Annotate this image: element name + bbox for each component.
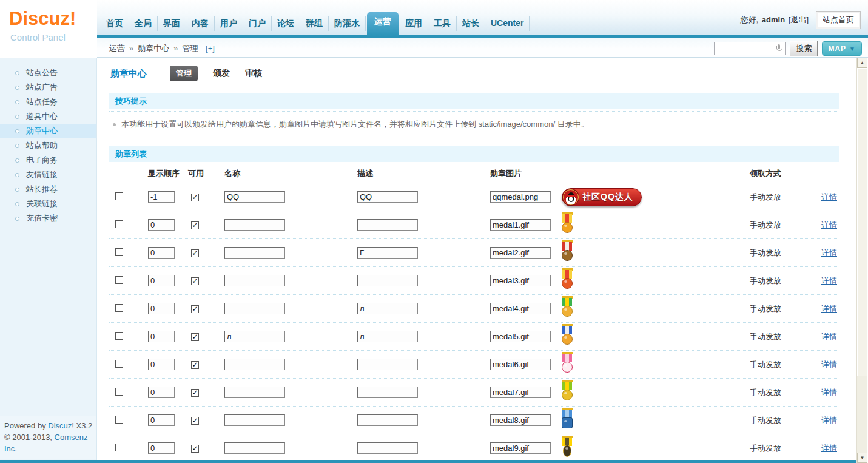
available-checkbox[interactable]: ✓ (191, 249, 199, 257)
nav-item[interactable]: 站长 (457, 16, 485, 31)
detail-link[interactable]: 详情 (821, 332, 837, 341)
scrollbar-thumb[interactable] (857, 68, 867, 376)
row-select-checkbox[interactable] (115, 192, 123, 200)
sidebar-item[interactable]: 勋章中心 (0, 124, 96, 138)
available-checkbox[interactable]: ✓ (191, 389, 199, 397)
description-input[interactable] (357, 275, 418, 286)
description-input[interactable] (357, 247, 418, 259)
image-filename-input[interactable] (490, 442, 551, 454)
row-select-checkbox[interactable] (115, 388, 123, 396)
scrollbar-down-arrow[interactable]: ▼ (857, 453, 867, 463)
nav-item[interactable]: 运营 (367, 12, 399, 36)
detail-link[interactable]: 详情 (821, 388, 837, 397)
sidebar-item[interactable]: 站点帮助 (0, 138, 96, 153)
name-input[interactable] (224, 442, 285, 454)
sidebar-item[interactable]: 道具中心 (0, 109, 96, 124)
logout-link[interactable]: [退出] (789, 15, 809, 24)
description-input[interactable] (357, 331, 418, 342)
order-input[interactable] (148, 191, 175, 203)
sidebar-item[interactable]: 站长推荐 (0, 182, 96, 197)
order-input[interactable] (148, 219, 175, 231)
name-input[interactable] (224, 247, 285, 259)
detail-link[interactable]: 详情 (821, 360, 837, 369)
detail-link[interactable]: 详情 (821, 416, 837, 425)
breadcrumb-item[interactable]: 运营 (109, 44, 125, 53)
detail-link[interactable]: 详情 (821, 444, 837, 453)
description-input[interactable] (357, 387, 418, 398)
detail-link[interactable]: 详情 (821, 248, 837, 257)
available-checkbox[interactable]: ✓ (191, 445, 199, 453)
description-input[interactable] (357, 303, 418, 314)
vertical-scrollbar[interactable]: ▲ ▼ (856, 58, 867, 463)
nav-item[interactable]: 界面 (158, 16, 186, 31)
breadcrumb-expand-link[interactable]: [+] (206, 44, 215, 53)
detail-link[interactable]: 详情 (821, 192, 837, 201)
detail-link[interactable]: 详情 (821, 276, 837, 285)
row-select-checkbox[interactable] (115, 220, 123, 228)
detail-link[interactable]: 详情 (821, 304, 837, 313)
name-input[interactable] (224, 191, 285, 203)
nav-item[interactable]: UCenter (485, 16, 530, 31)
description-input[interactable] (357, 359, 418, 370)
search-button[interactable]: 搜索 (790, 41, 818, 56)
name-input[interactable] (224, 303, 285, 314)
nav-item[interactable]: 防灌水 (329, 16, 366, 31)
nav-item[interactable]: 用户 (215, 16, 243, 31)
order-input[interactable] (148, 387, 175, 398)
nav-item[interactable]: 全局 (129, 16, 158, 31)
order-input[interactable] (148, 359, 175, 370)
available-checkbox[interactable]: ✓ (191, 194, 199, 201)
row-select-checkbox[interactable] (115, 444, 123, 451)
tab-item[interactable]: 审核 (245, 68, 262, 79)
name-input[interactable] (224, 275, 285, 286)
available-checkbox[interactable]: ✓ (191, 333, 199, 341)
row-select-checkbox[interactable] (115, 276, 123, 284)
name-input[interactable] (224, 219, 285, 231)
order-input[interactable] (148, 414, 175, 426)
description-input[interactable] (357, 191, 418, 203)
image-filename-input[interactable] (490, 359, 551, 370)
sidebar-item[interactable]: 友情链接 (0, 167, 96, 182)
image-filename-input[interactable] (490, 191, 551, 203)
discuz-link[interactable]: Discuz! (48, 421, 74, 430)
order-input[interactable] (148, 331, 175, 342)
available-checkbox[interactable]: ✓ (191, 361, 199, 369)
nav-item[interactable]: 群组 (300, 16, 329, 31)
description-input[interactable] (357, 442, 418, 454)
row-select-checkbox[interactable] (115, 332, 123, 340)
name-input[interactable] (224, 387, 285, 398)
available-checkbox[interactable]: ✓ (191, 221, 199, 229)
sidebar-item[interactable]: 站点公告 (0, 66, 96, 80)
image-filename-input[interactable] (490, 247, 551, 259)
available-checkbox[interactable]: ✓ (191, 305, 199, 313)
order-input[interactable] (148, 275, 175, 286)
row-select-checkbox[interactable] (115, 248, 123, 256)
order-input[interactable] (148, 303, 175, 314)
tab-item[interactable]: 颁发 (213, 68, 230, 79)
row-select-checkbox[interactable] (115, 304, 123, 312)
nav-item[interactable]: 工具 (428, 16, 457, 31)
image-filename-input[interactable] (490, 275, 551, 286)
name-input[interactable] (224, 414, 285, 426)
nav-item[interactable]: 内容 (186, 16, 215, 31)
microphone-icon[interactable] (775, 44, 782, 54)
available-checkbox[interactable]: ✓ (191, 417, 199, 425)
image-filename-input[interactable] (490, 331, 551, 342)
sidebar-item[interactable]: 充值卡密 (0, 211, 96, 226)
sidebar-item[interactable]: 关联链接 (0, 197, 96, 211)
nav-item[interactable]: 门户 (243, 16, 272, 31)
image-filename-input[interactable] (490, 219, 551, 231)
breadcrumb-item[interactable]: 勋章中心 (138, 44, 169, 53)
name-input[interactable] (224, 331, 285, 342)
nav-item[interactable]: 应用 (400, 16, 428, 31)
nav-item[interactable]: 首页 (101, 16, 129, 31)
order-input[interactable] (148, 442, 175, 454)
image-filename-input[interactable] (490, 303, 551, 314)
image-filename-input[interactable] (490, 414, 551, 426)
map-button[interactable]: MAP ▼ (822, 41, 862, 56)
image-filename-input[interactable] (490, 387, 551, 398)
available-checkbox[interactable]: ✓ (191, 277, 199, 285)
breadcrumb-item[interactable]: 管理 (182, 44, 198, 53)
sidebar-item[interactable]: 站点广告 (0, 80, 96, 95)
row-select-checkbox[interactable] (115, 416, 123, 424)
